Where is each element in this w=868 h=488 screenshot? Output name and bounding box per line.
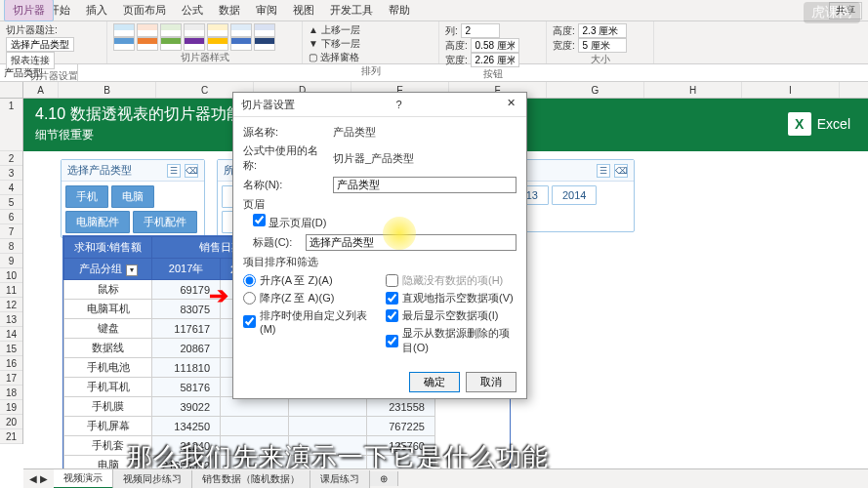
tab-dev[interactable]: 开发工具 [322, 0, 381, 20]
select-all-corner[interactable] [0, 82, 23, 98]
selection-pane[interactable]: ▢ 选择窗格 [309, 51, 433, 64]
show-deleted-checkbox[interactable] [386, 335, 398, 347]
cancel-button[interactable]: 取消 [466, 372, 517, 392]
formula-input[interactable] [78, 64, 868, 81]
excel-logo: XExcel [788, 112, 850, 136]
row-10[interactable]: 10 [0, 268, 22, 283]
pivot-row-label[interactable]: 手机屏幕 [64, 417, 152, 436]
last-empty-checkbox[interactable] [386, 309, 398, 322]
custom-sort-checkbox[interactable] [243, 315, 256, 328]
col-I[interactable]: I [742, 82, 840, 98]
row-3[interactable]: 3 [0, 166, 22, 181]
pivot-row-label[interactable]: 鼠标 [64, 280, 152, 300]
tab-slicer[interactable]: 切片器 [4, 0, 54, 21]
pivot-row-label[interactable]: 键盘 [64, 319, 152, 339]
source-name-value: 产品类型 [333, 125, 376, 140]
col-B[interactable]: B [59, 82, 156, 98]
name-input[interactable] [333, 177, 517, 193]
bring-forward[interactable]: ▲ 上移一层 [309, 23, 433, 37]
row-13[interactable]: 13 [0, 312, 22, 327]
slicer-item[interactable]: 手机配件 [133, 211, 197, 233]
tab-view[interactable]: 视图 [285, 0, 322, 20]
ok-button[interactable]: 确定 [409, 372, 460, 392]
send-backward[interactable]: ▼ 下移一层 [309, 37, 433, 51]
row-5[interactable]: 5 [0, 195, 22, 210]
pivot-row-label[interactable]: 手机膜 [64, 397, 152, 417]
row-12[interactable]: 12 [0, 298, 22, 312]
pivot-row-label[interactable]: 手机耳机 [64, 378, 152, 397]
hide-empty-checkbox[interactable] [386, 274, 398, 287]
row-6[interactable]: 6 [0, 210, 22, 224]
slicer-settings-dialog: 切片器设置 ? ✕ 源名称:产品类型 公式中使用的名称:切片器_产品类型 名称(… [232, 92, 527, 399]
dialog-title: 切片器设置 [241, 98, 295, 112]
sheet-tabs: ◀ ▶ 视频演示 视频同步练习 销售数据（随机数据） 课后练习 ⊕ [23, 468, 868, 488]
row-14[interactable]: 14 [0, 327, 22, 342]
slicer-caption-label: 切片器题注: [6, 24, 58, 35]
row-15[interactable]: 15 [0, 342, 22, 356]
show-header-checkbox[interactable] [253, 214, 266, 226]
caption-input[interactable] [306, 234, 517, 251]
visual-empty-checkbox[interactable] [386, 292, 398, 305]
tab-review[interactable]: 审阅 [248, 0, 285, 20]
ribbon-tabs: 文件 开始 插入 页面布局 公式 数据 审阅 视图 开发工具 帮助 切片器 共享 [0, 0, 868, 21]
pivot-row-label[interactable]: 数据线 [64, 339, 152, 358]
row-11[interactable]: 11 [0, 283, 22, 298]
sheet-tab[interactable]: 销售数据（随机数据） [192, 470, 310, 488]
cols-input[interactable] [461, 23, 500, 38]
sort-desc-radio[interactable] [243, 292, 256, 305]
tab-layout[interactable]: 页面布局 [115, 0, 174, 20]
row-18[interactable]: 18 [0, 386, 22, 400]
new-sheet-button[interactable]: ⊕ [370, 471, 398, 486]
col-G[interactable]: G [547, 82, 644, 98]
formula-name-value: 切片器_产品类型 [333, 151, 414, 166]
row-2[interactable]: 2 [0, 151, 22, 166]
red-arrow-annotation: ➔ [209, 282, 228, 309]
multiselect-icon[interactable]: ☰ [597, 164, 610, 178]
slicer-item[interactable]: 电脑配件 [65, 211, 130, 233]
slicer-item[interactable]: 2014 [552, 185, 597, 205]
slicer-title: 选择产品类型 [67, 163, 132, 178]
close-icon[interactable]: ✕ [503, 97, 518, 112]
clear-filter-icon[interactable]: ⌫ [185, 164, 198, 178]
row-4[interactable]: 4 [0, 181, 22, 195]
row-19[interactable]: 19 [0, 400, 22, 415]
pivot-row-label[interactable]: 电脑耳机 [64, 300, 152, 319]
name-box[interactable]: 产品类型 [0, 64, 78, 81]
sheet-tab[interactable]: 课后练习 [310, 470, 370, 488]
sheet-tab[interactable]: 视频同步练习 [113, 470, 192, 488]
header-section-label: 页眉 [243, 197, 517, 212]
tab-data[interactable]: 数据 [211, 0, 248, 20]
ribbon-body: 切片器题注: 报表连接 切片器设置 切片器样式 ▲ 上移一层 ▼ [0, 21, 868, 64]
row-9[interactable]: 9 [0, 254, 22, 268]
dialog-help-icon[interactable]: ? [395, 99, 401, 110]
size-height-input[interactable] [578, 23, 627, 38]
row-headers: 1 2 3 4 5 6 7 8 9 10 11 12 13 14 15 16 1… [0, 99, 23, 444]
multiselect-icon[interactable]: ☰ [167, 164, 181, 178]
row-20[interactable]: 20 [0, 415, 22, 429]
sort-filter-section-label: 项目排序和筛选 [243, 255, 517, 269]
row-16[interactable]: 16 [0, 356, 22, 371]
btn-height-input[interactable] [471, 38, 519, 53]
tab-help[interactable]: 帮助 [381, 0, 418, 20]
row-7[interactable]: 7 [0, 224, 22, 239]
col-A[interactable]: A [23, 82, 59, 98]
slicer-caption-input[interactable] [6, 37, 74, 52]
row-21[interactable]: 21 [0, 429, 22, 444]
col-H[interactable]: H [644, 82, 742, 98]
size-width-input[interactable] [578, 38, 627, 53]
slicer-item[interactable]: 电脑 [111, 185, 154, 208]
dropdown-icon[interactable]: ▾ [126, 264, 138, 276]
pivot-row-label[interactable]: 手机电池 [64, 358, 152, 378]
sheet-tab[interactable]: 视频演示 [54, 469, 113, 489]
tab-insert[interactable]: 插入 [78, 0, 115, 20]
slicer-styles[interactable] [113, 23, 296, 37]
tab-formula[interactable]: 公式 [174, 0, 211, 20]
group-styles-label: 切片器样式 [113, 51, 296, 64]
row-1[interactable]: 1 [0, 99, 22, 151]
row-8[interactable]: 8 [0, 239, 22, 254]
slicer-item[interactable]: 手机 [65, 185, 108, 208]
clear-filter-icon[interactable]: ⌫ [614, 164, 628, 178]
row-17[interactable]: 17 [0, 371, 22, 386]
sort-asc-radio[interactable] [243, 274, 256, 287]
slicer-product-type[interactable]: 选择产品类型 ☰⌫ 手机 电脑 电脑配件 手机配件 [61, 159, 205, 238]
